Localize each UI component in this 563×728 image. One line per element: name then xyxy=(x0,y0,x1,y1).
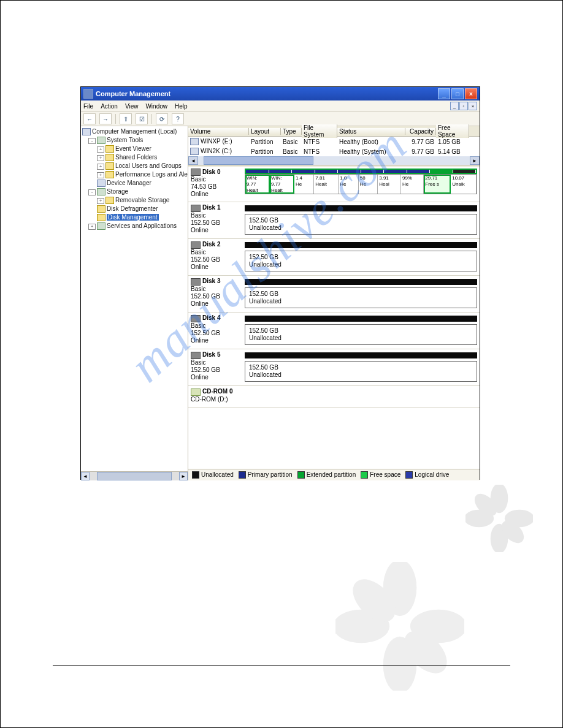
hscroll-left-icon[interactable]: ◄ xyxy=(188,156,198,165)
scroll-thumb[interactable] xyxy=(97,472,172,480)
volume-row[interactable]: WIN2K (C:) Partition Basic NTFS Healthy … xyxy=(188,146,480,156)
col-status[interactable]: Status xyxy=(337,128,405,135)
titlebar[interactable]: Computer Management _ □ × xyxy=(81,87,480,100)
tree-removable-storage[interactable]: +Removable Storage xyxy=(82,196,186,205)
close-button[interactable]: × xyxy=(465,88,477,99)
svg-point-3 xyxy=(505,510,533,528)
cdrom-row[interactable]: CD-ROM 0 CD-ROM (D:) xyxy=(188,386,480,407)
properties-button[interactable]: ☑ xyxy=(136,113,148,124)
tree-event-viewer[interactable]: +Event Viewer xyxy=(82,145,186,153)
forward-button[interactable]: → xyxy=(99,113,112,124)
tree-device-manager[interactable]: Device Manager xyxy=(82,179,186,188)
disk-row-0[interactable]: Disk 0 Basic 74.53 GB Online xyxy=(188,167,480,202)
disk-info: Disk 4Basic152.50 GBOnline xyxy=(191,314,245,345)
detail-pane: Volume Layout Type File System Status Ca… xyxy=(188,126,480,480)
tree-shared-folders[interactable]: +Shared Folders xyxy=(82,153,186,162)
tree-system-tools[interactable]: -System Tools xyxy=(82,136,186,145)
volume-list: Volume Layout Type File System Status Ca… xyxy=(188,126,480,165)
svg-point-1 xyxy=(491,524,508,552)
menu-file[interactable]: File xyxy=(83,103,93,110)
svg-point-4 xyxy=(470,490,501,520)
flower-icon xyxy=(465,485,533,552)
volume-hscroll[interactable]: ◄ ► xyxy=(188,156,480,165)
volume-header[interactable]: Volume Layout Type File System Status Ca… xyxy=(188,126,480,137)
disk-info: Disk 2Basic152.50 GBOnline xyxy=(191,241,245,271)
mdi-controls: _ ▫ × xyxy=(450,102,477,110)
hscroll-right-icon[interactable]: ► xyxy=(470,156,480,165)
svg-point-11 xyxy=(396,623,454,681)
disk-row[interactable]: Disk 4Basic152.50 GBOnline152.50 GBUnall… xyxy=(188,313,480,349)
disk-info: Disk 5Basic152.50 GBOnline xyxy=(191,351,245,382)
tree-disk-defragmenter[interactable]: Disk Defragmenter xyxy=(82,205,186,213)
back-button[interactable]: ← xyxy=(83,113,96,124)
tree-local-users[interactable]: +Local Users and Groups xyxy=(82,162,186,170)
partition-cell[interactable]: 10.07Unalk xyxy=(451,175,477,194)
menu-window[interactable]: Window xyxy=(145,103,167,110)
footer-rule xyxy=(53,665,510,666)
partition-block[interactable]: 152.50 GBUnallocated xyxy=(245,352,477,382)
help-button[interactable]: ? xyxy=(172,113,184,124)
mdi-min[interactable]: _ xyxy=(450,102,459,110)
partition-block[interactable]: 152.50 GBUnallocated xyxy=(245,279,477,308)
col-capacity[interactable]: Capacity xyxy=(405,128,436,135)
tree-root[interactable]: Computer Management (Local) xyxy=(82,127,186,136)
menu-help[interactable]: Help xyxy=(175,103,188,110)
maximize-button[interactable]: □ xyxy=(451,88,464,99)
legend: Unallocated Primary partition Extended p… xyxy=(188,469,480,480)
partition-cell[interactable]: 1.0He xyxy=(339,175,358,194)
disk-row[interactable]: Disk 3Basic152.50 GBOnline152.50 GBUnall… xyxy=(188,276,480,313)
hscroll-thumb[interactable] xyxy=(204,156,313,165)
col-volume[interactable]: Volume xyxy=(188,128,249,135)
partition-cell[interactable]: 1.4He xyxy=(294,175,314,194)
partition-cell[interactable]: 29.71Free s xyxy=(424,175,451,194)
col-type[interactable]: Type xyxy=(281,128,302,135)
svg-point-5 xyxy=(497,517,528,547)
refresh-button[interactable]: ⟳ xyxy=(156,113,168,124)
disk-row[interactable]: Disk 1Basic152.50 GBOnline152.50 GBUnall… xyxy=(188,202,480,239)
svg-point-2 xyxy=(465,510,494,528)
partition-cell[interactable]: 3.91Heal xyxy=(378,175,401,194)
col-layout[interactable]: Layout xyxy=(249,128,281,135)
disk-row[interactable]: Disk 5Basic152.50 GBOnline152.50 GBUnall… xyxy=(188,349,480,386)
disk-info: Disk 1Basic152.50 GBOnline xyxy=(191,204,245,235)
volume-row[interactable]: WINXP (E:) Partition Basic NTFS Healthy … xyxy=(188,137,480,146)
col-free-space[interactable]: Free Space xyxy=(436,124,469,138)
tree-storage[interactable]: -Storage xyxy=(82,188,186,196)
tree-perf-logs[interactable]: +Performance Logs and Alerts xyxy=(82,170,186,179)
tree-disk-management[interactable]: Disk Management xyxy=(82,213,186,222)
window-title: Computer Management xyxy=(96,90,170,97)
app-icon xyxy=(83,89,93,99)
cdrom-info: CD-ROM 0 CD-ROM (D:) xyxy=(191,388,245,403)
svg-point-0 xyxy=(491,485,508,513)
tree-scrollbar[interactable]: ◄ ► xyxy=(81,471,188,480)
mdi-close[interactable]: × xyxy=(469,102,477,110)
col-filesystem[interactable]: File System xyxy=(302,124,337,138)
disk0-partitions[interactable]: WIN:9.77HealtWIN:9.77Healt1.4He7.81Healt… xyxy=(245,169,477,198)
flower-icon xyxy=(335,562,464,691)
partition-cell[interactable]: 7.81Healt xyxy=(314,175,339,194)
scroll-left-icon[interactable]: ◄ xyxy=(81,472,90,480)
menu-view[interactable]: View xyxy=(125,103,139,110)
menu-action[interactable]: Action xyxy=(101,103,118,110)
mdi-max[interactable]: ▫ xyxy=(459,102,468,110)
disk-map: Disk 0 Basic 74.53 GB Online xyxy=(188,165,480,469)
disk-row[interactable]: Disk 2Basic152.50 GBOnline152.50 GBUnall… xyxy=(188,239,480,276)
toolbar: ← → ⇧ ☑ ⟳ ? xyxy=(81,112,480,126)
partition-cell[interactable]: 58He xyxy=(359,175,378,194)
menu-bar: File Action View Window Help _ ▫ × xyxy=(81,100,480,112)
partition-cell[interactable]: 99%He xyxy=(401,175,424,194)
console-tree[interactable]: Computer Management (Local) -System Tool… xyxy=(81,126,188,471)
up-button[interactable]: ⇧ xyxy=(120,113,132,124)
partition-block[interactable]: 152.50 GBUnallocated xyxy=(245,242,477,271)
scroll-right-icon[interactable]: ► xyxy=(179,472,188,480)
partition-block[interactable]: 152.50 GBUnallocated xyxy=(245,316,477,345)
svg-point-9 xyxy=(410,610,464,643)
svg-point-8 xyxy=(335,610,389,643)
partition-block[interactable]: 152.50 GBUnallocated xyxy=(245,205,477,235)
partition-cell[interactable]: WIN:9.77Healt xyxy=(245,175,270,194)
minimize-button[interactable]: _ xyxy=(438,88,450,99)
partition-cell[interactable]: WIN:9.77Healt xyxy=(270,175,294,194)
svg-point-7 xyxy=(383,637,417,691)
tree-services-apps[interactable]: +Services and Applications xyxy=(82,222,186,230)
tree-pane: Computer Management (Local) -System Tool… xyxy=(81,126,188,480)
